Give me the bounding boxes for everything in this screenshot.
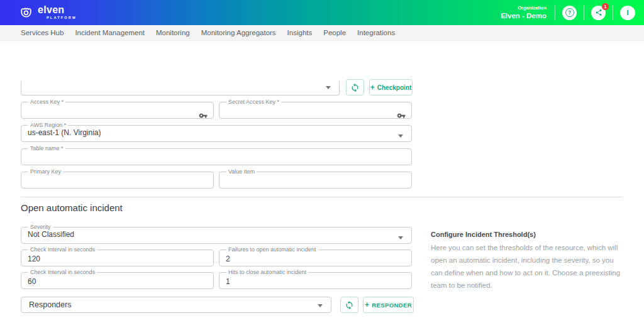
nav-item-monitoring-aggregators[interactable]: Monitoring Aggregators xyxy=(201,29,276,36)
elven-flower-icon xyxy=(19,6,33,20)
table-name-field: Table name * xyxy=(21,145,412,165)
main-nav: Services Hub Incident Management Monitor… xyxy=(0,25,644,41)
nav-item-services-hub[interactable]: Services Hub xyxy=(21,29,64,36)
organization-block[interactable]: Organization Elven - Demo xyxy=(501,5,547,20)
add-responder-button[interactable]: + RESPONDER xyxy=(363,297,414,313)
access-key-input[interactable] xyxy=(28,107,193,118)
caret-down-icon xyxy=(398,134,403,138)
key-icon xyxy=(397,111,406,120)
check-interval-close-input[interactable] xyxy=(28,277,207,288)
user-avatar[interactable]: I xyxy=(620,6,635,20)
sync-icon xyxy=(350,83,360,92)
nav-item-integrations[interactable]: Integrations xyxy=(357,29,395,36)
sync-icon xyxy=(345,300,354,310)
aws-region-value: us-east-1 (N. Virginia) xyxy=(28,128,405,140)
check-interval-close-field: Check Interval in seconds xyxy=(21,269,214,289)
brand-logo[interactable]: elven PLATFORM xyxy=(19,5,77,20)
responders-placeholder: Responders xyxy=(29,300,71,309)
severity-value: Not Classified xyxy=(28,230,405,241)
primary-key-field: Primary Key xyxy=(21,168,214,189)
key-icon xyxy=(199,111,208,120)
notifications-button[interactable]: 1 xyxy=(591,6,606,20)
question-mark-icon: ? xyxy=(565,8,574,17)
organization-label: Organization xyxy=(501,5,547,11)
share-nodes-icon xyxy=(595,9,602,16)
check-interval-open-label: Check Interval in seconds xyxy=(28,246,97,253)
secret-access-key-input[interactable] xyxy=(226,107,391,118)
failures-to-open-input[interactable] xyxy=(226,255,405,266)
access-key-field: Access Key * xyxy=(21,99,214,119)
plus-icon: + xyxy=(365,301,369,309)
section-title: Open automatic incident xyxy=(21,202,123,213)
failures-to-open-field: Failures to open automatic incident xyxy=(219,246,412,266)
add-checkpoint-button[interactable]: + Checkpoint xyxy=(369,79,413,96)
threshold-help-body: Here you can set the thresholds of the r… xyxy=(431,241,627,292)
add-responder-label: RESPONDER xyxy=(372,302,412,309)
caret-down-icon xyxy=(398,236,403,239)
refresh-responders-button[interactable] xyxy=(340,297,358,313)
aws-region-select[interactable]: AWS Region * us-east-1 (N. Virginia) xyxy=(21,122,412,142)
header-divider xyxy=(555,5,555,20)
failures-to-open-label: Failures to open automatic incident xyxy=(226,246,318,253)
add-checkpoint-label: Checkpoint xyxy=(377,84,411,91)
threshold-help-panel: Configure Incident Threshold(s) Here you… xyxy=(431,231,627,292)
table-name-input[interactable] xyxy=(28,153,405,165)
check-interval-close-label: Check Interval in seconds xyxy=(28,269,97,275)
header-divider xyxy=(584,5,584,20)
value-item-field: Value Item xyxy=(219,168,412,189)
plus-icon: + xyxy=(370,84,375,91)
aws-region-label: AWS Region * xyxy=(28,122,68,128)
access-key-label: Access Key * xyxy=(28,99,65,105)
hits-to-close-input[interactable] xyxy=(226,277,405,288)
check-interval-open-field: Check Interval in seconds xyxy=(21,246,214,266)
value-item-input[interactable] xyxy=(226,177,405,188)
severity-label: Severity xyxy=(28,224,53,230)
caret-down-icon xyxy=(318,304,323,307)
responders-select[interactable]: Responders xyxy=(21,297,331,313)
checkpoint-select[interactable] xyxy=(21,81,340,96)
primary-key-input[interactable] xyxy=(28,177,207,188)
hits-to-close-field: Hits to close automatic incident xyxy=(219,269,412,289)
hits-to-close-label: Hits to close automatic incident xyxy=(226,269,308,275)
severity-select[interactable]: Severity Not Classified xyxy=(21,224,412,244)
caret-down-icon xyxy=(326,86,331,89)
table-name-label: Table name * xyxy=(28,145,65,151)
refresh-checkpoints-button[interactable] xyxy=(346,79,364,96)
nav-item-incident-management[interactable]: Incident Management xyxy=(75,29,145,36)
check-interval-open-input[interactable] xyxy=(28,255,207,266)
header-actions: Organization Elven - Demo ? 1 I xyxy=(501,5,635,20)
brand-name: elven xyxy=(38,5,77,15)
value-item-label: Value Item xyxy=(226,168,257,175)
nav-item-people[interactable]: People xyxy=(323,29,346,36)
nav-item-monitoring[interactable]: Monitoring xyxy=(156,29,190,36)
notification-badge: 1 xyxy=(602,3,609,10)
secret-access-key-field: Secret Access Key * xyxy=(219,99,412,119)
secret-access-key-label: Secret Access Key * xyxy=(226,99,281,105)
top-header: elven PLATFORM Organization Elven - Demo… xyxy=(0,0,644,25)
organization-name: Elven - Demo xyxy=(501,11,547,20)
threshold-help-title: Configure Incident Threshold(s) xyxy=(431,231,627,238)
header-divider xyxy=(613,5,613,20)
brand-subtitle: PLATFORM xyxy=(38,16,77,20)
help-button[interactable]: ? xyxy=(562,6,577,20)
content-area: + Checkpoint Access Key * Secret Access … xyxy=(0,41,644,318)
primary-key-label: Primary Key xyxy=(28,168,63,175)
nav-item-insights[interactable]: Insights xyxy=(287,29,313,36)
section-divider xyxy=(21,197,623,197)
